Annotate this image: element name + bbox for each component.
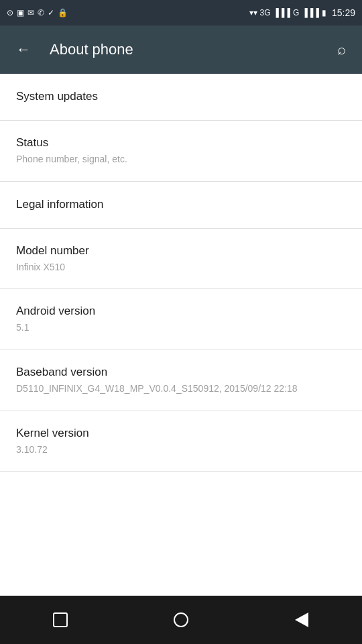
carrier-g-label: G (293, 8, 299, 17)
list-item-android-version[interactable]: Android version5.1 (0, 289, 362, 350)
list-item-subtitle-baseband-version: D5110_INFINIX_G4_W18_MP_V0.0.4_S150912, … (16, 382, 346, 396)
email-icon: ✉ (27, 8, 34, 17)
list-item-title-status: Status (16, 136, 346, 150)
status-bar: ⊙ ▣ ✉ ✆ ✓ 🔒 ▾▾ 3G ▐▐▐ G ▐▐▐ ▮ 15:29 (0, 0, 362, 25)
wifi-icon: ▾▾ (249, 8, 257, 17)
list-item-model-number[interactable]: Model numberInfinix X510 (0, 229, 362, 290)
nav-bar (0, 596, 362, 644)
search-button[interactable]: ⌕ (332, 36, 351, 64)
back-button[interactable]: ← (11, 36, 36, 64)
list-item-title-model-number: Model number (16, 244, 346, 258)
back-icon (295, 612, 308, 627)
list-item-legal-information[interactable]: Legal information (0, 182, 362, 229)
signal-bars-icon: ▐▐▐ (274, 8, 291, 17)
list-item-subtitle-kernel-version: 3.10.72 (16, 443, 346, 457)
alarm-icon: ⊙ (7, 8, 13, 17)
back-nav-button[interactable] (282, 600, 322, 640)
network-3g-label: 3G (260, 8, 271, 17)
list-item-title-system-updates: System updates (16, 89, 346, 104)
recents-button[interactable] (40, 600, 80, 640)
status-time: 15:29 (332, 7, 355, 18)
status-bar-left-icons: ⊙ ▣ ✉ ✆ ✓ 🔒 (7, 8, 68, 17)
page-title: About phone (50, 41, 332, 58)
list-item-subtitle-status: Phone number, signal, etc. (16, 153, 346, 166)
lock-icon: 🔒 (58, 8, 68, 17)
list-item-kernel-version[interactable]: Kernel version3.10.72 (0, 411, 362, 472)
recents-icon (53, 612, 68, 627)
app-bar: ← About phone ⌕ (0, 25, 362, 74)
image-icon: ▣ (17, 8, 24, 17)
list-item-subtitle-android-version: 5.1 (16, 321, 346, 335)
home-icon (174, 612, 188, 627)
list-item-title-baseband-version: Baseband version (16, 365, 346, 380)
battery-icon: ▮ (322, 8, 326, 17)
phone-icon: ✆ (38, 8, 44, 17)
home-button[interactable] (161, 600, 201, 640)
list-item-title-legal-information: Legal information (16, 197, 346, 212)
list-item-title-kernel-version: Kernel version (16, 426, 346, 441)
settings-list: System updatesStatusPhone number, signal… (0, 74, 362, 596)
check-icon: ✓ (48, 8, 54, 17)
status-bar-right-icons: ▾▾ 3G ▐▐▐ G ▐▐▐ ▮ 15:29 (249, 7, 355, 18)
list-item-title-android-version: Android version (16, 304, 346, 319)
signal-bars-2-icon: ▐▐▐ (302, 8, 319, 17)
list-item-system-updates[interactable]: System updates (0, 74, 362, 121)
list-item-status[interactable]: StatusPhone number, signal, etc. (0, 121, 362, 182)
list-item-subtitle-model-number: Infinix X510 (16, 261, 346, 274)
list-item-baseband-version[interactable]: Baseband versionD5110_INFINIX_G4_W18_MP_… (0, 350, 362, 411)
